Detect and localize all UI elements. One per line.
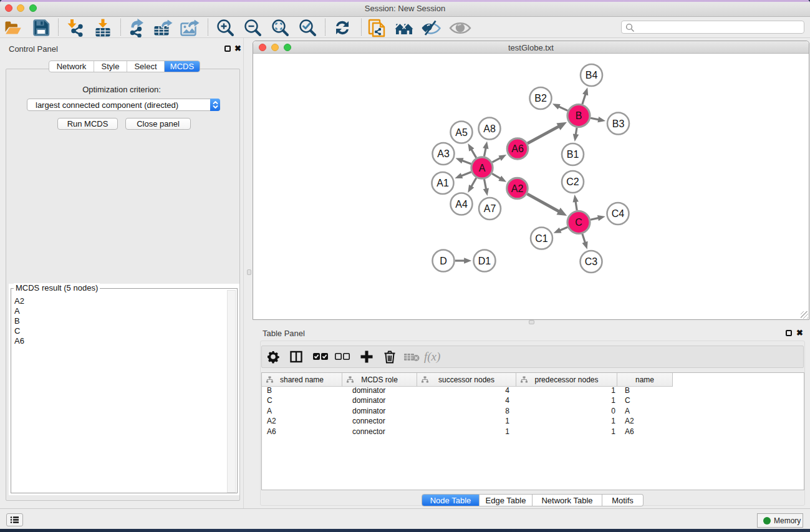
svg-text:B1: B1: [567, 149, 579, 160]
svg-text:B4: B4: [586, 70, 598, 80]
svg-text:A2: A2: [511, 183, 524, 194]
svg-text:A1: A1: [436, 178, 449, 188]
svg-text:A8: A8: [483, 123, 496, 134]
svg-text:A7: A7: [484, 203, 496, 214]
svg-text:C3: C3: [585, 256, 598, 267]
svg-text:A: A: [479, 163, 486, 173]
svg-text:B2: B2: [534, 93, 547, 104]
svg-text:A5: A5: [455, 127, 468, 138]
svg-text:A6: A6: [511, 143, 524, 154]
svg-text:D: D: [440, 256, 447, 266]
svg-text:A4: A4: [455, 199, 468, 210]
svg-text:B: B: [576, 110, 582, 121]
svg-text:C2: C2: [566, 177, 579, 187]
svg-text:B3: B3: [612, 118, 625, 129]
svg-text:C1: C1: [535, 233, 548, 244]
svg-text:A3: A3: [437, 148, 450, 159]
svg-text:C: C: [575, 217, 582, 228]
svg-text:D1: D1: [478, 256, 491, 266]
svg-text:C4: C4: [612, 208, 625, 219]
